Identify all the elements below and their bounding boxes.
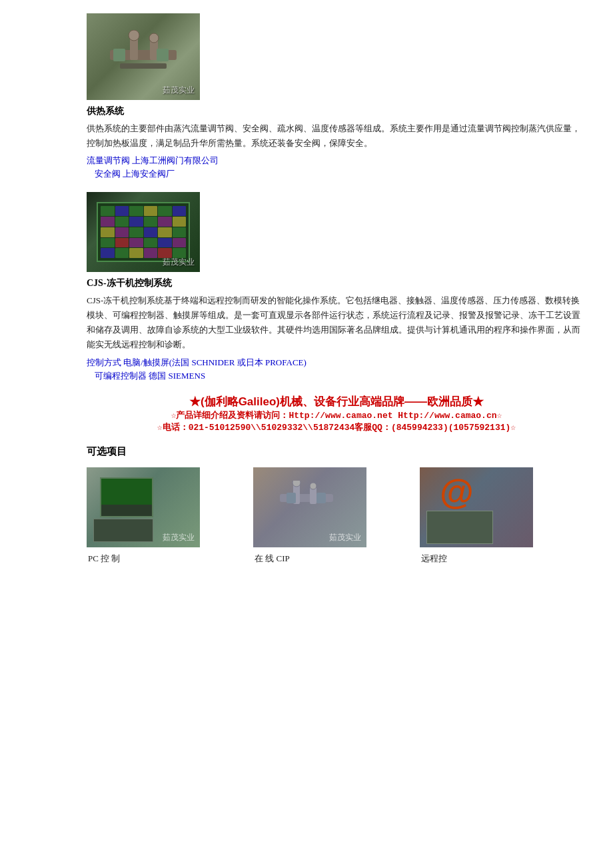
option-remote-control: @ 远程控	[420, 467, 586, 565]
svg-rect-13	[287, 493, 296, 503]
svg-rect-7	[120, 63, 167, 69]
at-symbol: @	[440, 474, 474, 509]
cjs-title: CJS-冻干机控制系统	[87, 277, 586, 289]
supply-link1[interactable]: 流量调节阀 上海工洲阀门有限公司	[87, 155, 586, 167]
supply-section: 茹茂实业 供热系统 供热系统的主要部件由蒸汽流量调节阀、安全阀、疏水阀、温度传感…	[87, 13, 586, 180]
pc-watermark: 茹茂实业	[163, 532, 195, 543]
supply-title: 供热系统	[87, 105, 586, 117]
svg-rect-14	[316, 493, 326, 503]
option-online-cip: 茹茂实业 在 线 CIP	[253, 467, 420, 565]
promo-line2a[interactable]: ☆产品详细介绍及资料请访问：Http://www.camao.net Http:…	[87, 409, 586, 421]
supply-image: 茹茂实业	[87, 13, 200, 100]
option-pc-control: 茹茂实业 PC 控 制	[87, 467, 253, 565]
cjs-image: 茹茂实业	[87, 192, 200, 272]
cip-watermark: 茹茂实业	[329, 532, 361, 543]
supply-link2[interactable]: 安全阀 上海安全阀厂	[87, 168, 586, 180]
svg-rect-5	[113, 49, 125, 61]
promo-banner: ★(伽利略Galileo)机械、设备行业高端品牌——欧洲品质★ ☆产品详细介绍及…	[87, 394, 586, 433]
remote-image: @	[420, 467, 533, 547]
supply-watermark: 茹茂实业	[163, 85, 195, 96]
cjs-section: 茹茂实业 CJS-冻干机控制系统 CJS-冻干机控制系统基于终端和远程控制而研发…	[87, 192, 586, 381]
svg-point-4	[149, 33, 159, 43]
cip-image: 茹茂实业	[253, 467, 366, 547]
svg-point-11	[293, 481, 301, 487]
promo-line1: ★(伽利略Galileo)机械、设备行业高端品牌——欧洲品质★	[87, 394, 586, 409]
svg-point-3	[129, 30, 139, 41]
svg-rect-10	[310, 487, 316, 504]
cjs-watermark: 茹茂实业	[163, 257, 195, 268]
cip-label: 在 线 CIP	[253, 553, 290, 565]
cjs-link1[interactable]: 控制方式 电脑/触摸屏(法国 SCHNIDER 或日本 PROFACE)	[87, 357, 586, 369]
svg-point-12	[310, 483, 316, 489]
svg-rect-6	[157, 49, 169, 61]
options-section: 可选项目 茹茂实业 PC 控 制	[87, 445, 586, 571]
options-grid: 茹茂实业 PC 控 制 茹茂实业	[87, 467, 586, 571]
cjs-link2[interactable]: 可编程控制器 德国 SIEMENS	[87, 370, 586, 382]
remote-label: 远程控	[420, 553, 447, 565]
pc-control-image: 茹茂实业	[87, 467, 200, 547]
supply-description: 供热系统的主要部件由蒸汽流量调节阀、安全阀、疏水阀、温度传感器等组成。系统主要作…	[87, 121, 586, 151]
cjs-description: CJS-冻干机控制系统基于终端和远程控制而研发的智能化操作系统。它包括继电器、接…	[87, 293, 586, 352]
options-title: 可选项目	[87, 445, 586, 458]
pc-control-label: PC 控 制	[87, 553, 120, 565]
promo-line2b[interactable]: ☆电话：021-51012590\\51029332\\51872434客服QQ…	[87, 421, 586, 433]
